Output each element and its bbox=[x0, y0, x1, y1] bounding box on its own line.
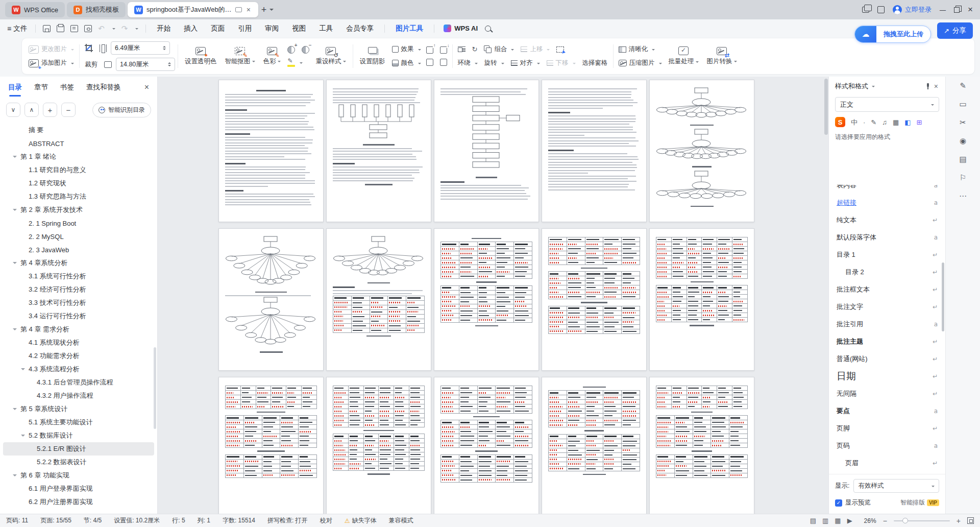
restore-button[interactable] bbox=[954, 7, 960, 13]
style-item[interactable]: 页脚↵ bbox=[829, 420, 945, 437]
status-item[interactable]: 行: 5 bbox=[172, 516, 185, 525]
hamburger-icon[interactable] bbox=[7, 25, 11, 33]
toc-item[interactable]: 4.3 系统流程分析 bbox=[3, 363, 154, 376]
toc-item[interactable]: 第 4 章系统分析 bbox=[3, 256, 154, 270]
compress-button[interactable]: 压缩图片 bbox=[616, 58, 665, 68]
spin-down-icon[interactable] bbox=[163, 49, 166, 52]
close-sidebar-icon[interactable] bbox=[144, 83, 149, 92]
style-item[interactable]: 目录 1↵ bbox=[829, 246, 945, 264]
column-width-button[interactable] bbox=[97, 43, 109, 53]
toc-item[interactable]: 第 4 章 需求分析 bbox=[3, 323, 154, 336]
sidebar-tab[interactable]: 书签 bbox=[60, 83, 74, 92]
border-top-button[interactable] bbox=[424, 45, 436, 55]
document-tab[interactable]: springboot基于JavaWeb的… bbox=[128, 2, 258, 17]
style-item[interactable]: 日期↵ bbox=[829, 368, 945, 385]
toc-item[interactable]: 5.2 数据库设计 bbox=[3, 429, 154, 442]
page-thumbnail[interactable] bbox=[649, 228, 754, 371]
sidebar-tab[interactable]: 章节 bbox=[34, 83, 48, 92]
toc-item[interactable]: 6.1 用户登录界面实现 bbox=[3, 482, 154, 495]
style-item[interactable]: 批注引用a bbox=[829, 316, 945, 333]
toc-item[interactable]: 第 6 章 功能实现 bbox=[3, 469, 154, 482]
page-thumbnail[interactable] bbox=[542, 228, 647, 371]
close-tab-icon[interactable] bbox=[246, 6, 252, 14]
group-button[interactable]: 组合 bbox=[481, 44, 517, 55]
picture-convert-button[interactable]: 图片转换 bbox=[703, 40, 741, 72]
toc-item[interactable]: 4.3.1 后台管理员操作流程 bbox=[3, 376, 154, 389]
smart-typeset-button[interactable]: 智能排版 VIP bbox=[900, 498, 939, 507]
menu-tab[interactable]: 页面 bbox=[204, 24, 231, 33]
status-item[interactable]: 拼写检查: 打开 bbox=[267, 516, 308, 525]
wrap-icon-button[interactable] bbox=[455, 45, 468, 53]
page-thumbnail[interactable] bbox=[542, 377, 647, 514]
toc-item[interactable]: 3.2 经济可行性分析 bbox=[3, 283, 154, 296]
styles-scrollbar[interactable] bbox=[942, 262, 944, 331]
toolbox-icon[interactable]: ⊞ bbox=[917, 119, 922, 126]
color-button[interactable]: 色彩 bbox=[259, 40, 285, 72]
ime-toolbar[interactable]: 中·✎♫▦◧⊞ bbox=[835, 116, 939, 128]
collapse-arrow-icon[interactable] bbox=[13, 474, 17, 478]
zoom-slider-thumb[interactable] bbox=[902, 518, 908, 523]
reset-style-button[interactable]: 重设样式 bbox=[312, 40, 350, 72]
play-icon[interactable]: ▶ bbox=[847, 517, 852, 524]
change-picture-button[interactable]: 更改图片 bbox=[26, 44, 77, 55]
toc-item[interactable]: 4.3.2 用户操作流程 bbox=[3, 389, 154, 402]
undo-caret-icon[interactable] bbox=[112, 28, 115, 31]
highlight-icon[interactable]: ◉ bbox=[960, 137, 966, 145]
undo-icon[interactable] bbox=[98, 25, 105, 32]
spin-down-icon[interactable] bbox=[168, 65, 171, 68]
document-scrollbar[interactable] bbox=[824, 79, 828, 135]
status-item[interactable]: 字数: 15514 bbox=[223, 516, 255, 525]
tab-picture-tools[interactable]: 图片工具 bbox=[389, 24, 430, 33]
status-item[interactable]: 缺失字体 bbox=[345, 516, 377, 525]
menu-tab[interactable]: 引用 bbox=[231, 24, 258, 33]
toc-item[interactable]: 第 2 章 系统开发技术 bbox=[3, 203, 154, 217]
status-item[interactable]: 列: 1 bbox=[198, 516, 210, 525]
mic-icon[interactable]: ♫ bbox=[882, 119, 887, 126]
page-thumbnail[interactable] bbox=[434, 377, 539, 514]
document-tab[interactable]: WPS Office bbox=[5, 2, 65, 17]
pin-icon[interactable] bbox=[925, 83, 931, 89]
status-item[interactable]: 页码: 11 bbox=[6, 516, 28, 525]
collapse-arrow-icon[interactable] bbox=[21, 368, 25, 372]
drag-upload-pill[interactable]: 拖拽至此上传 bbox=[854, 26, 931, 43]
toc-item[interactable]: ABSTRACT bbox=[3, 137, 154, 150]
collapse-arrow-icon[interactable] bbox=[13, 408, 17, 412]
rotate-icon-button[interactable] bbox=[470, 45, 480, 54]
page-thumbnail[interactable] bbox=[326, 80, 431, 222]
pen-icon[interactable]: ✎ bbox=[871, 119, 876, 126]
toolbar-caret-icon[interactable] bbox=[135, 28, 138, 31]
status-item[interactable]: 页面: 15/55 bbox=[40, 516, 71, 525]
frame-alt-button[interactable] bbox=[437, 58, 450, 67]
style-item[interactable]: 无间隔↵ bbox=[829, 385, 945, 402]
caret-icon[interactable] bbox=[872, 86, 875, 89]
style-item[interactable]: 普通(网站)↵ bbox=[829, 350, 945, 368]
set-shadow-button[interactable]: 设置阴影 bbox=[356, 40, 389, 72]
toc-item[interactable]: 1.3 研究思路与方法 bbox=[3, 190, 154, 203]
toc-item[interactable]: 5.1 系统主要功能设计 bbox=[3, 416, 154, 429]
window-switch-icon[interactable] bbox=[862, 7, 869, 13]
style-item[interactable]: 纯文本↵ bbox=[829, 211, 945, 229]
expand-all-button[interactable] bbox=[6, 103, 20, 117]
zoom-out-toc-button[interactable] bbox=[61, 103, 76, 117]
collapse-all-button[interactable] bbox=[24, 103, 39, 117]
toc-item[interactable]: 第 1 章 绪论 bbox=[3, 150, 154, 163]
sidebar-scrollbar[interactable] bbox=[154, 347, 156, 429]
close-panel-icon[interactable] bbox=[933, 82, 939, 90]
zoom-slider[interactable] bbox=[894, 520, 950, 521]
toc-item[interactable]: 第 5 章系统设计 bbox=[3, 402, 154, 416]
spin-up-icon[interactable] bbox=[168, 61, 171, 64]
border-color-button[interactable]: 颜色 bbox=[389, 58, 424, 68]
display-filter-dropdown[interactable]: 有效样式 bbox=[853, 479, 939, 493]
zoom-in-button[interactable]: + bbox=[957, 517, 961, 524]
toc-item[interactable]: 1.2 研究现状 bbox=[3, 177, 154, 190]
tab-list-caret-icon[interactable] bbox=[270, 9, 274, 13]
style-item[interactable]: 页眉↵ bbox=[829, 454, 945, 472]
outline-view-icon[interactable]: ▦ bbox=[835, 517, 841, 524]
brightness-up-button[interactable] bbox=[285, 45, 298, 55]
menu-tab[interactable]: 会员专享 bbox=[339, 24, 380, 33]
toc-item[interactable]: 2. 3 JavaWeb bbox=[3, 243, 154, 256]
style-item[interactable]: 页码a bbox=[829, 437, 945, 454]
present-icon[interactable] bbox=[235, 7, 242, 12]
page-thumbnail[interactable] bbox=[218, 80, 324, 222]
scissors-icon[interactable]: ✂ bbox=[960, 118, 966, 126]
